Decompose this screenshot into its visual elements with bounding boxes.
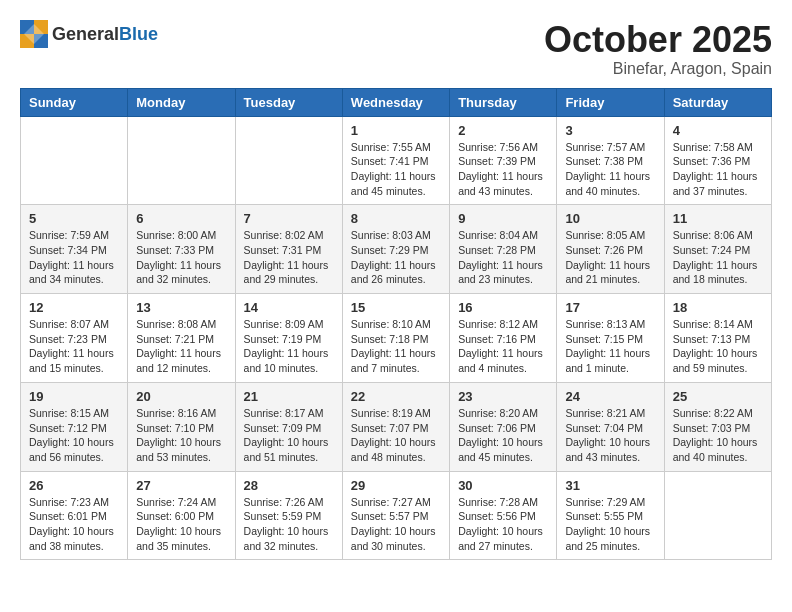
day-number: 20 bbox=[136, 389, 226, 404]
calendar-cell: 20Sunrise: 8:16 AM Sunset: 7:10 PM Dayli… bbox=[128, 382, 235, 471]
page-header: General Blue October 2025 Binefar, Arago… bbox=[20, 20, 772, 78]
day-number: 18 bbox=[673, 300, 763, 315]
day-number: 24 bbox=[565, 389, 655, 404]
calendar-cell: 3Sunrise: 7:57 AM Sunset: 7:38 PM Daylig… bbox=[557, 116, 664, 205]
day-info: Sunrise: 8:20 AM Sunset: 7:06 PM Dayligh… bbox=[458, 406, 548, 465]
day-info: Sunrise: 8:12 AM Sunset: 7:16 PM Dayligh… bbox=[458, 317, 548, 376]
calendar-cell: 30Sunrise: 7:28 AM Sunset: 5:56 PM Dayli… bbox=[450, 471, 557, 560]
day-number: 17 bbox=[565, 300, 655, 315]
day-info: Sunrise: 8:19 AM Sunset: 7:07 PM Dayligh… bbox=[351, 406, 441, 465]
calendar-cell: 11Sunrise: 8:06 AM Sunset: 7:24 PM Dayli… bbox=[664, 205, 771, 294]
calendar-cell bbox=[235, 116, 342, 205]
day-number: 1 bbox=[351, 123, 441, 138]
day-number: 29 bbox=[351, 478, 441, 493]
day-info: Sunrise: 7:28 AM Sunset: 5:56 PM Dayligh… bbox=[458, 495, 548, 554]
week-row-5: 26Sunrise: 7:23 AM Sunset: 6:01 PM Dayli… bbox=[21, 471, 772, 560]
day-number: 13 bbox=[136, 300, 226, 315]
location-title: Binefar, Aragon, Spain bbox=[544, 60, 772, 78]
calendar-cell: 31Sunrise: 7:29 AM Sunset: 5:55 PM Dayli… bbox=[557, 471, 664, 560]
title-block: October 2025 Binefar, Aragon, Spain bbox=[544, 20, 772, 78]
day-info: Sunrise: 7:29 AM Sunset: 5:55 PM Dayligh… bbox=[565, 495, 655, 554]
day-number: 8 bbox=[351, 211, 441, 226]
weekday-header-monday: Monday bbox=[128, 88, 235, 116]
day-number: 11 bbox=[673, 211, 763, 226]
day-info: Sunrise: 7:59 AM Sunset: 7:34 PM Dayligh… bbox=[29, 228, 119, 287]
day-info: Sunrise: 7:55 AM Sunset: 7:41 PM Dayligh… bbox=[351, 140, 441, 199]
day-number: 16 bbox=[458, 300, 548, 315]
day-number: 7 bbox=[244, 211, 334, 226]
day-info: Sunrise: 8:03 AM Sunset: 7:29 PM Dayligh… bbox=[351, 228, 441, 287]
day-number: 26 bbox=[29, 478, 119, 493]
day-number: 6 bbox=[136, 211, 226, 226]
calendar-cell: 22Sunrise: 8:19 AM Sunset: 7:07 PM Dayli… bbox=[342, 382, 449, 471]
weekday-header-sunday: Sunday bbox=[21, 88, 128, 116]
day-info: Sunrise: 7:23 AM Sunset: 6:01 PM Dayligh… bbox=[29, 495, 119, 554]
day-info: Sunrise: 8:16 AM Sunset: 7:10 PM Dayligh… bbox=[136, 406, 226, 465]
calendar-cell: 17Sunrise: 8:13 AM Sunset: 7:15 PM Dayli… bbox=[557, 294, 664, 383]
calendar-cell: 16Sunrise: 8:12 AM Sunset: 7:16 PM Dayli… bbox=[450, 294, 557, 383]
day-info: Sunrise: 8:10 AM Sunset: 7:18 PM Dayligh… bbox=[351, 317, 441, 376]
day-number: 19 bbox=[29, 389, 119, 404]
calendar-cell bbox=[21, 116, 128, 205]
weekday-header-saturday: Saturday bbox=[664, 88, 771, 116]
day-info: Sunrise: 8:04 AM Sunset: 7:28 PM Dayligh… bbox=[458, 228, 548, 287]
calendar-cell bbox=[664, 471, 771, 560]
day-info: Sunrise: 8:07 AM Sunset: 7:23 PM Dayligh… bbox=[29, 317, 119, 376]
day-number: 5 bbox=[29, 211, 119, 226]
calendar-cell: 26Sunrise: 7:23 AM Sunset: 6:01 PM Dayli… bbox=[21, 471, 128, 560]
day-number: 14 bbox=[244, 300, 334, 315]
day-info: Sunrise: 8:15 AM Sunset: 7:12 PM Dayligh… bbox=[29, 406, 119, 465]
calendar-cell: 18Sunrise: 8:14 AM Sunset: 7:13 PM Dayli… bbox=[664, 294, 771, 383]
weekday-header-row: SundayMondayTuesdayWednesdayThursdayFrid… bbox=[21, 88, 772, 116]
calendar-cell: 21Sunrise: 8:17 AM Sunset: 7:09 PM Dayli… bbox=[235, 382, 342, 471]
calendar-cell: 5Sunrise: 7:59 AM Sunset: 7:34 PM Daylig… bbox=[21, 205, 128, 294]
day-number: 10 bbox=[565, 211, 655, 226]
week-row-3: 12Sunrise: 8:07 AM Sunset: 7:23 PM Dayli… bbox=[21, 294, 772, 383]
day-info: Sunrise: 8:06 AM Sunset: 7:24 PM Dayligh… bbox=[673, 228, 763, 287]
day-number: 27 bbox=[136, 478, 226, 493]
logo: General Blue bbox=[20, 20, 158, 48]
calendar-cell: 28Sunrise: 7:26 AM Sunset: 5:59 PM Dayli… bbox=[235, 471, 342, 560]
day-info: Sunrise: 7:56 AM Sunset: 7:39 PM Dayligh… bbox=[458, 140, 548, 199]
day-number: 2 bbox=[458, 123, 548, 138]
day-number: 23 bbox=[458, 389, 548, 404]
weekday-header-wednesday: Wednesday bbox=[342, 88, 449, 116]
calendar-table: SundayMondayTuesdayWednesdayThursdayFrid… bbox=[20, 88, 772, 561]
calendar-cell: 13Sunrise: 8:08 AM Sunset: 7:21 PM Dayli… bbox=[128, 294, 235, 383]
day-number: 12 bbox=[29, 300, 119, 315]
day-info: Sunrise: 7:26 AM Sunset: 5:59 PM Dayligh… bbox=[244, 495, 334, 554]
calendar-cell: 15Sunrise: 8:10 AM Sunset: 7:18 PM Dayli… bbox=[342, 294, 449, 383]
calendar-cell: 14Sunrise: 8:09 AM Sunset: 7:19 PM Dayli… bbox=[235, 294, 342, 383]
calendar-cell bbox=[128, 116, 235, 205]
calendar-cell: 2Sunrise: 7:56 AM Sunset: 7:39 PM Daylig… bbox=[450, 116, 557, 205]
day-info: Sunrise: 8:08 AM Sunset: 7:21 PM Dayligh… bbox=[136, 317, 226, 376]
day-info: Sunrise: 8:05 AM Sunset: 7:26 PM Dayligh… bbox=[565, 228, 655, 287]
day-number: 9 bbox=[458, 211, 548, 226]
calendar-cell: 7Sunrise: 8:02 AM Sunset: 7:31 PM Daylig… bbox=[235, 205, 342, 294]
logo-blue: Blue bbox=[119, 24, 158, 45]
day-info: Sunrise: 8:14 AM Sunset: 7:13 PM Dayligh… bbox=[673, 317, 763, 376]
calendar-cell: 6Sunrise: 8:00 AM Sunset: 7:33 PM Daylig… bbox=[128, 205, 235, 294]
day-number: 22 bbox=[351, 389, 441, 404]
day-info: Sunrise: 8:02 AM Sunset: 7:31 PM Dayligh… bbox=[244, 228, 334, 287]
day-info: Sunrise: 8:21 AM Sunset: 7:04 PM Dayligh… bbox=[565, 406, 655, 465]
calendar-cell: 4Sunrise: 7:58 AM Sunset: 7:36 PM Daylig… bbox=[664, 116, 771, 205]
day-info: Sunrise: 8:22 AM Sunset: 7:03 PM Dayligh… bbox=[673, 406, 763, 465]
calendar-cell: 29Sunrise: 7:27 AM Sunset: 5:57 PM Dayli… bbox=[342, 471, 449, 560]
day-number: 15 bbox=[351, 300, 441, 315]
calendar-cell: 19Sunrise: 8:15 AM Sunset: 7:12 PM Dayli… bbox=[21, 382, 128, 471]
day-info: Sunrise: 7:27 AM Sunset: 5:57 PM Dayligh… bbox=[351, 495, 441, 554]
weekday-header-thursday: Thursday bbox=[450, 88, 557, 116]
weekday-header-tuesday: Tuesday bbox=[235, 88, 342, 116]
day-number: 21 bbox=[244, 389, 334, 404]
calendar-cell: 23Sunrise: 8:20 AM Sunset: 7:06 PM Dayli… bbox=[450, 382, 557, 471]
calendar-cell: 8Sunrise: 8:03 AM Sunset: 7:29 PM Daylig… bbox=[342, 205, 449, 294]
calendar-cell: 12Sunrise: 8:07 AM Sunset: 7:23 PM Dayli… bbox=[21, 294, 128, 383]
logo-icon bbox=[20, 20, 48, 48]
day-info: Sunrise: 8:17 AM Sunset: 7:09 PM Dayligh… bbox=[244, 406, 334, 465]
day-info: Sunrise: 7:24 AM Sunset: 6:00 PM Dayligh… bbox=[136, 495, 226, 554]
day-info: Sunrise: 8:09 AM Sunset: 7:19 PM Dayligh… bbox=[244, 317, 334, 376]
calendar-cell: 9Sunrise: 8:04 AM Sunset: 7:28 PM Daylig… bbox=[450, 205, 557, 294]
day-info: Sunrise: 7:58 AM Sunset: 7:36 PM Dayligh… bbox=[673, 140, 763, 199]
calendar-cell: 25Sunrise: 8:22 AM Sunset: 7:03 PM Dayli… bbox=[664, 382, 771, 471]
